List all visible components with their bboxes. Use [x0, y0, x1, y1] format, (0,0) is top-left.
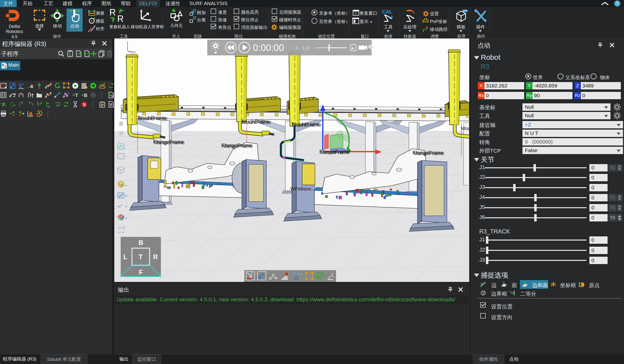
svg-text:T: T: [139, 253, 143, 261]
svg-text:R: R: [153, 253, 158, 261]
svg-text:R: R: [117, 14, 124, 23]
svg-text:A: A: [351, 46, 354, 50]
svg-text:B: B: [84, 92, 87, 98]
svg-text:T: T: [75, 92, 78, 98]
svg-text:F: F: [139, 269, 143, 276]
svg-text:FlangeFrame: FlangeFrame: [413, 150, 443, 155]
svg-text:CAL: CAL: [382, 9, 392, 14]
svg-text:FlangeFrame: FlangeFrame: [153, 139, 184, 144]
svg-text:L: L: [123, 253, 128, 261]
svg-text:B: B: [139, 239, 143, 247]
svg-text:TouchFrame: TouchFrame: [137, 115, 166, 120]
svg-text:WPaBase...: WPaBase...: [290, 186, 315, 191]
svg-text:S: S: [83, 102, 86, 107]
svg-text:FlangeFrame: FlangeFrame: [221, 142, 252, 148]
svg-text:x 1.0: x 1.0: [295, 45, 309, 50]
svg-text:S: S: [111, 94, 113, 98]
svg-text:A: A: [294, 274, 299, 281]
svg-text:TouchFrame: TouchFrame: [241, 118, 269, 124]
svg-text:SUB: SUB: [118, 226, 125, 230]
svg-text:FlangeFrame: FlangeFrame: [319, 149, 350, 154]
svg-text:R: R: [109, 9, 116, 17]
svg-text:MountFrame: MountFrame: [461, 125, 469, 131]
svg-text:0:00:00: 0:00:00: [253, 43, 284, 53]
svg-text:TouchFrame: TouchFrame: [291, 121, 320, 127]
